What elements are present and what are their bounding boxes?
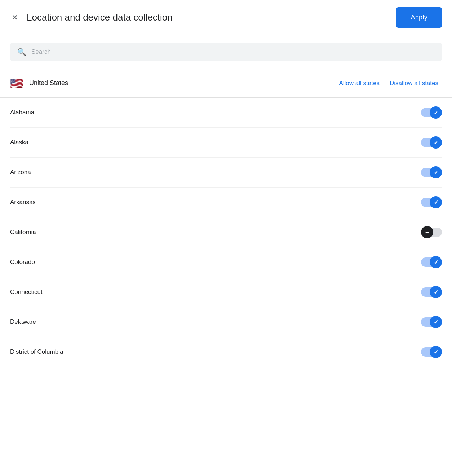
check-icon: ✓: [434, 199, 438, 206]
search-icon: 🔍: [17, 48, 26, 56]
toggle-thumb: ✓: [430, 316, 442, 328]
country-flag: 🇺🇸: [10, 77, 23, 89]
check-icon: ✓: [434, 169, 438, 176]
state-name: Colorado: [10, 259, 421, 266]
state-name: Alabama: [10, 109, 421, 116]
state-toggle[interactable]: ✓: [421, 346, 442, 358]
toggle-thumb: ✓: [430, 106, 442, 119]
state-name: Delaware: [10, 318, 421, 326]
toggle-thumb: ✓: [430, 256, 442, 268]
page-title: Location and device data collection: [27, 12, 396, 23]
state-name: Arizona: [10, 169, 421, 176]
state-row: California −: [10, 217, 442, 247]
close-button[interactable]: ✕: [10, 12, 19, 23]
state-toggle[interactable]: ✓: [421, 106, 442, 119]
country-name: United States: [29, 79, 332, 87]
state-row: Alaska ✓: [10, 128, 442, 158]
state-row: Connecticut ✓: [10, 277, 442, 307]
state-toggle[interactable]: ✓: [421, 286, 442, 298]
state-row: District of Columbia ✓: [10, 337, 442, 367]
check-icon: ✓: [434, 349, 438, 356]
country-row: 🇺🇸 United States Allow all states Disall…: [0, 69, 452, 98]
state-toggle[interactable]: ✓: [421, 256, 442, 268]
state-toggle[interactable]: ✓: [421, 196, 442, 208]
minus-icon: −: [425, 229, 429, 235]
check-icon: ✓: [434, 319, 438, 326]
state-row: Arizona ✓: [10, 158, 442, 188]
search-input[interactable]: [31, 48, 435, 56]
toggle-thumb: ✓: [430, 346, 442, 358]
state-toggle[interactable]: ✓: [421, 166, 442, 178]
check-icon: ✓: [434, 289, 438, 296]
check-icon: ✓: [434, 259, 438, 266]
check-icon: ✓: [434, 139, 438, 146]
toggle-thumb: ✓: [430, 136, 442, 149]
state-name: District of Columbia: [10, 348, 421, 356]
state-toggle[interactable]: −: [421, 226, 442, 238]
disallow-all-states-button[interactable]: Disallow all states: [386, 78, 442, 89]
states-list: Alabama ✓ Alaska ✓ Arizona ✓ Arkansas ✓: [0, 98, 452, 367]
header: ✕ Location and device data collection Ap…: [0, 0, 452, 35]
state-toggle[interactable]: ✓: [421, 136, 442, 149]
state-row: Delaware ✓: [10, 307, 442, 337]
state-name: Arkansas: [10, 199, 421, 206]
apply-button[interactable]: Apply: [396, 7, 442, 28]
state-row: Alabama ✓: [10, 98, 442, 128]
state-name: Connecticut: [10, 288, 421, 296]
state-toggle[interactable]: ✓: [421, 316, 442, 328]
search-box: 🔍: [10, 43, 442, 61]
toggle-thumb: ✓: [430, 286, 442, 298]
check-icon: ✓: [434, 109, 438, 116]
search-container: 🔍: [0, 35, 452, 69]
state-name: Alaska: [10, 139, 421, 146]
toggle-thumb: −: [421, 226, 433, 238]
state-name: California: [10, 229, 421, 236]
toggle-thumb: ✓: [430, 166, 442, 178]
state-row: Colorado ✓: [10, 247, 442, 277]
state-row: Arkansas ✓: [10, 188, 442, 217]
allow-all-states-button[interactable]: Allow all states: [335, 78, 383, 89]
toggle-thumb: ✓: [430, 196, 442, 208]
